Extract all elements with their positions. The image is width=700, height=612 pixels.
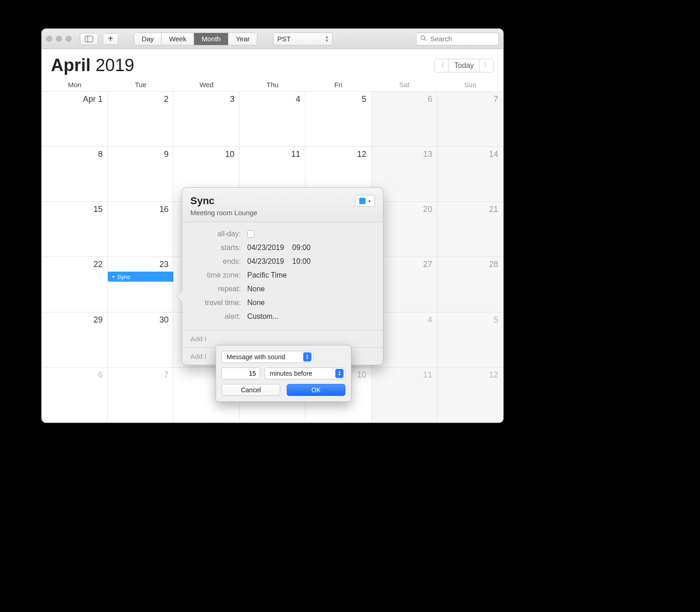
starts-label: starts:: [190, 244, 241, 252]
day-cell[interactable]: 16: [108, 202, 174, 257]
close-icon[interactable]: [46, 36, 52, 42]
day-cell[interactable]: 15: [42, 202, 108, 257]
event-location[interactable]: Meeting room Lounge: [190, 209, 257, 217]
alert-popover: Message with sound ▲▼ minutes before ▲▼ …: [216, 345, 351, 402]
weekday-header: Mon Tue Wed Thu Fri Sat Sun: [42, 78, 503, 91]
next-month-button[interactable]: 〉: [479, 59, 494, 72]
calendar-color-picker[interactable]: ▾: [355, 195, 375, 207]
allday-label: all-day:: [190, 230, 241, 238]
cancel-button[interactable]: Cancel: [222, 384, 280, 396]
day-number: 13: [376, 150, 433, 159]
dow-tue: Tue: [108, 81, 174, 89]
day-cell[interactable]: 8: [42, 147, 108, 202]
day-number: 3: [178, 95, 234, 104]
svg-point-2: [421, 36, 425, 39]
dow-wed: Wed: [173, 81, 239, 89]
chevron-down-icon: ▾: [368, 199, 371, 204]
day-number: Apr 1: [46, 95, 103, 104]
month-nav: 〈 Today 〉: [434, 59, 494, 72]
alert-label: alert:: [190, 312, 241, 321]
day-cell[interactable]: 11: [372, 367, 438, 423]
event-title[interactable]: Sync: [190, 195, 257, 207]
alert-unit-select[interactable]: minutes before ▲▼: [265, 367, 345, 379]
travel-label: travel time:: [190, 299, 241, 307]
repeat-value[interactable]: None: [247, 285, 265, 293]
select-stepper-icon: ▲▼: [303, 352, 311, 362]
day-number: 6: [46, 370, 103, 380]
day-number: 14: [442, 150, 498, 159]
ends-time[interactable]: 10:00: [292, 257, 311, 266]
prev-month-button[interactable]: 〈: [434, 59, 449, 72]
day-cell[interactable]: 7: [108, 367, 174, 423]
day-cell[interactable]: 14: [437, 147, 503, 202]
view-month[interactable]: Month: [194, 33, 228, 45]
alert-type-select[interactable]: Message with sound ▲▼: [222, 351, 313, 363]
travel-value[interactable]: None: [247, 299, 265, 307]
day-number: 16: [112, 205, 169, 214]
day-cell[interactable]: 4: [239, 92, 306, 147]
day-cell[interactable]: 30: [108, 312, 174, 367]
day-cell[interactable]: 29: [42, 312, 108, 367]
day-number: 21: [442, 205, 498, 214]
sidebar-toggle-button[interactable]: [80, 33, 98, 45]
day-cell[interactable]: 5: [437, 312, 503, 367]
alert-type-value: Message with sound: [227, 353, 285, 361]
view-week[interactable]: Week: [161, 33, 194, 45]
day-cell[interactable]: 5: [306, 92, 372, 147]
day-cell[interactable]: 6: [42, 367, 108, 423]
view-day[interactable]: Day: [134, 33, 162, 45]
day-number: 9: [112, 150, 169, 159]
tz-value[interactable]: Pacific Time: [247, 271, 287, 279]
day-number: 20: [376, 205, 433, 214]
day-number: 15: [46, 205, 103, 214]
repeat-label: repeat:: [190, 285, 241, 293]
month-header: April 2019 〈 Today 〉: [42, 49, 503, 78]
titlebar: + Day Week Month Year PST ▲▼: [42, 29, 503, 49]
day-cell[interactable]: 3: [173, 92, 239, 147]
timezone-select[interactable]: PST ▲▼: [273, 33, 333, 45]
day-cell[interactable]: 12: [437, 367, 503, 423]
day-number: 12: [442, 370, 498, 380]
search-input[interactable]: [429, 34, 494, 43]
svg-line-3: [424, 39, 426, 41]
alert-value[interactable]: Custom...: [247, 312, 278, 321]
day-cell[interactable]: Apr 1: [42, 92, 108, 147]
day-number: 4: [244, 95, 300, 104]
day-cell[interactable]: 22: [42, 257, 108, 312]
day-number: 8: [46, 150, 103, 159]
view-year[interactable]: Year: [228, 33, 257, 45]
day-number: 4: [376, 315, 433, 325]
day-number: 5: [310, 95, 367, 104]
day-number: 30: [112, 315, 169, 325]
day-number: 22: [46, 260, 103, 269]
day-number: 11: [376, 370, 433, 380]
today-button[interactable]: Today: [448, 59, 480, 72]
day-cell[interactable]: 2: [108, 92, 174, 147]
allday-checkbox[interactable]: [247, 230, 255, 238]
day-number: 7: [112, 370, 169, 380]
zoom-icon[interactable]: [66, 36, 72, 42]
day-cell[interactable]: 21: [437, 202, 503, 257]
alert-amount-input[interactable]: [222, 367, 260, 379]
starts-date[interactable]: 04/23/2019: [247, 244, 284, 252]
ends-date[interactable]: 04/23/2019: [247, 257, 284, 266]
ok-button[interactable]: OK: [287, 384, 345, 396]
day-cell[interactable]: 28: [437, 257, 503, 312]
add-event-button[interactable]: +: [103, 33, 118, 45]
timezone-label: PST: [277, 35, 290, 43]
page-title: April 2019: [51, 56, 134, 75]
day-number: 7: [442, 95, 498, 104]
day-cell[interactable]: 6: [372, 92, 438, 147]
starts-time[interactable]: 09:00: [292, 244, 311, 252]
search-field[interactable]: [416, 33, 499, 45]
day-cell[interactable]: 9: [108, 147, 174, 202]
event-popover: Sync Meeting room Lounge ▾ all-day: star…: [182, 187, 383, 365]
ends-label: ends:: [190, 257, 241, 266]
minimize-icon[interactable]: [56, 36, 62, 42]
day-number: 10: [178, 150, 234, 159]
day-cell[interactable]: 7: [437, 92, 503, 147]
event-chip[interactable]: Sync: [108, 272, 174, 282]
day-number: 28: [442, 260, 498, 269]
day-cell[interactable]: 23Sync: [108, 257, 174, 312]
select-stepper-icon: ▲▼: [335, 369, 344, 378]
